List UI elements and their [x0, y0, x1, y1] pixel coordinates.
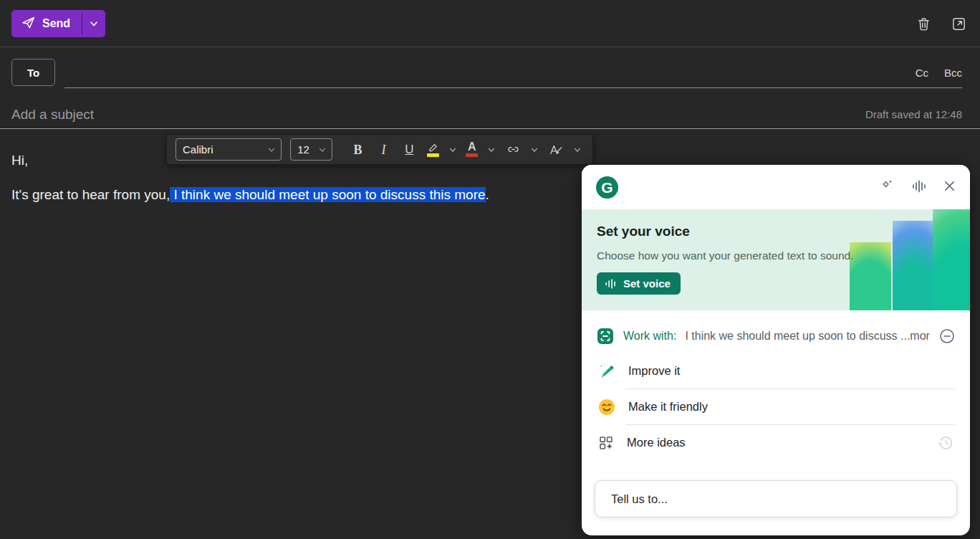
decorative-gradient — [933, 209, 970, 310]
highlighter-icon — [427, 142, 439, 152]
sparkle-icon — [880, 178, 896, 194]
italic-button[interactable]: I — [373, 138, 394, 161]
subject-row: Add a subject Draft saved at 12:48 — [0, 90, 980, 129]
action-make-it-friendly[interactable]: Make it friendly — [582, 389, 970, 424]
chevron-down-icon — [89, 19, 99, 29]
font-color-dropdown[interactable] — [485, 146, 498, 154]
action-label: Make it friendly — [628, 400, 954, 414]
send-split-button[interactable]: Send — [11, 10, 105, 37]
format-toolbar: Calibri 12 B I U A — [166, 134, 593, 165]
smiley-icon — [597, 398, 616, 416]
link-icon — [506, 142, 521, 157]
grammarly-header: G — [582, 165, 970, 209]
highlight-color-dropdown[interactable] — [446, 146, 459, 154]
font-color-letter: A — [468, 142, 476, 152]
pencil-sparkle-icon — [597, 362, 616, 381]
set-voice-button-label: Set voice — [623, 277, 671, 290]
history-clock-icon — [937, 434, 954, 452]
set-voice-button[interactable]: Set voice — [597, 272, 681, 295]
sentence-prefix: It's great to hear from you, — [11, 187, 170, 202]
selected-text-icon — [596, 327, 615, 345]
format-options-icon — [548, 143, 564, 157]
send-button-label: Send — [42, 17, 70, 30]
recipients-field-underline[interactable] — [64, 87, 962, 88]
recipients-row: To Cc Bcc — [0, 48, 980, 90]
font-size-dropdown[interactable]: 12 — [290, 138, 332, 161]
chevron-down-icon — [487, 146, 496, 154]
open-in-new-window-button[interactable] — [951, 16, 967, 32]
more-formatting-button[interactable] — [545, 138, 567, 161]
voice-waveform-icon — [604, 278, 618, 290]
grammarly-panel: G Set your voice Choose how you want you… — [582, 165, 970, 535]
popout-icon — [951, 16, 967, 32]
underline-button[interactable]: U — [398, 138, 420, 161]
subject-input[interactable]: Add a subject — [11, 107, 94, 123]
cc-button[interactable]: Cc — [916, 67, 928, 79]
collapse-context-button[interactable] — [938, 328, 956, 345]
chevron-down-icon — [267, 146, 276, 154]
action-more-ideas[interactable]: More ideas — [582, 425, 970, 460]
action-label: Improve it — [628, 364, 954, 378]
font-size-value: 12 — [297, 143, 309, 156]
history-button[interactable] — [937, 434, 954, 452]
trash-icon — [916, 16, 932, 32]
voice-card-title: Set your voice — [597, 224, 690, 239]
highlight-swatch — [427, 153, 439, 157]
selected-text: I think we should meet up soon to discus… — [170, 187, 485, 202]
chevron-down-icon — [530, 146, 539, 154]
font-color-button[interactable]: A — [463, 139, 481, 161]
delete-draft-button[interactable] — [916, 16, 932, 32]
work-with-text: I think we should meet up soon to discus… — [685, 330, 930, 343]
highlight-color-button[interactable] — [424, 139, 441, 161]
top-toolbar: Send — [0, 0, 980, 47]
set-voice-card: Set your voice Choose how you want your … — [582, 209, 970, 310]
to-button[interactable]: To — [11, 59, 55, 86]
font-family-value: Calibri — [183, 143, 213, 156]
generative-ai-button[interactable] — [880, 178, 896, 194]
font-color-swatch — [466, 153, 478, 157]
sentence-suffix: . — [486, 187, 489, 202]
prompt-input[interactable] — [595, 480, 957, 517]
compose-window: Send To Cc Bcc Add a subject Draft saved… — [0, 0, 980, 539]
minus-circle-icon — [938, 328, 956, 345]
prompt-input-wrap — [595, 480, 957, 517]
close-panel-button[interactable] — [942, 178, 957, 194]
font-family-dropdown[interactable]: Calibri — [176, 138, 282, 161]
bcc-button[interactable]: Bcc — [944, 67, 962, 79]
action-improve-it[interactable]: Improve it — [582, 353, 970, 388]
draft-saved-status: Draft saved at 12:48 — [865, 108, 962, 120]
send-options-dropdown[interactable] — [82, 10, 105, 37]
work-with-label: Work with: — [623, 330, 676, 343]
paper-plane-icon — [21, 15, 36, 33]
chevron-down-icon — [318, 146, 327, 154]
grammarly-logo-icon: G — [596, 176, 618, 199]
close-icon — [942, 178, 957, 194]
more-formatting-dropdown[interactable] — [571, 146, 584, 154]
body-sentence: It's great to hear from you, I think we … — [11, 187, 489, 203]
link-options-dropdown[interactable] — [528, 146, 541, 154]
body-greeting: Hi, — [11, 153, 28, 168]
chevron-down-icon — [573, 146, 582, 154]
voice-waveform-icon — [911, 178, 928, 194]
chevron-down-icon — [448, 146, 457, 154]
decorative-gradient — [893, 221, 933, 310]
work-with-row[interactable]: Work with: I think we should meet up soo… — [582, 319, 970, 353]
send-button[interactable]: Send — [11, 10, 82, 37]
grid-plus-icon — [597, 434, 615, 452]
bold-button[interactable]: B — [347, 138, 368, 161]
insert-link-button[interactable] — [502, 138, 524, 161]
action-label: More ideas — [627, 436, 925, 449]
voice-card-subtitle: Choose how you want your generated text … — [597, 249, 853, 262]
decorative-gradient — [850, 242, 891, 310]
voice-settings-button[interactable] — [911, 178, 928, 194]
